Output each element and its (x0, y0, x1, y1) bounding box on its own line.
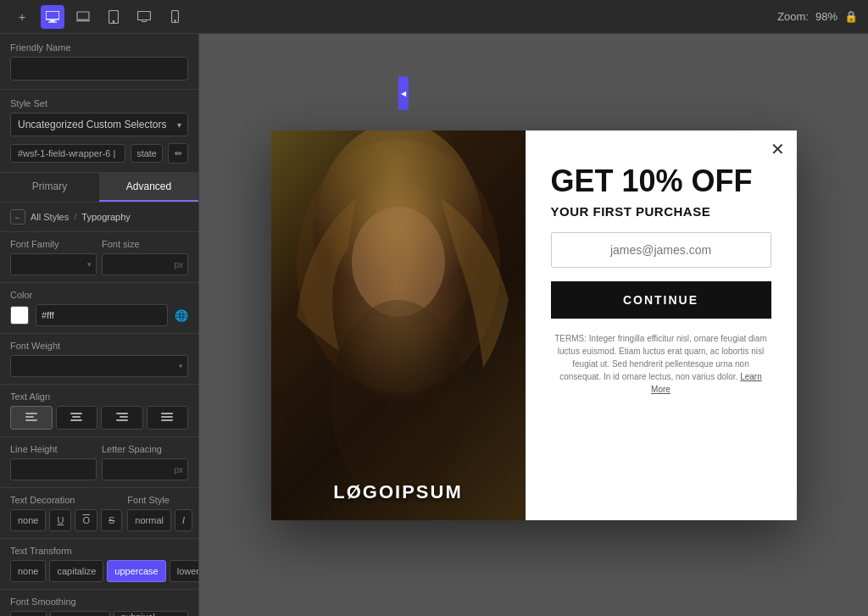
transform-buttons: none capitalize uppercase lowercase (10, 560, 188, 582)
font-weight-select[interactable] (10, 355, 188, 377)
text-align-label: Text Align (10, 391, 188, 402)
zoom-value: 98% (815, 10, 837, 23)
font-size-input[interactable] (102, 253, 188, 275)
letter-spacing-input[interactable] (102, 458, 188, 480)
style-italic-button[interactable]: I (175, 509, 192, 531)
svg-point-23 (352, 207, 445, 317)
modal-container: LØGOIPSUM ✕ GET 10% OFF YOUR FIRST PURCH… (271, 130, 797, 520)
monitor-icon[interactable] (132, 5, 156, 29)
transform-uppercase-button[interactable]: uppercase (107, 560, 165, 582)
svg-rect-6 (138, 11, 151, 19)
letter-spacing-field: Letter Spacing px (102, 444, 188, 480)
deco-strikethrough-button[interactable]: S (101, 509, 122, 531)
style-normal-button[interactable]: normal (127, 509, 171, 531)
align-justify-button[interactable] (147, 406, 189, 430)
font-size-input-wrap: px (102, 253, 188, 275)
modal-email-input[interactable] (551, 232, 771, 268)
svg-rect-17 (116, 419, 128, 421)
deco-style-fields: Text Decoration none U O S Font Style no… (10, 495, 188, 531)
font-size-field: Font size px (102, 239, 188, 275)
deco-none-button[interactable]: none (10, 509, 46, 531)
smoothing-subpixel-button[interactable]: subpixel-antialiased (114, 611, 188, 616)
style-buttons: normal I (127, 509, 192, 531)
color-section: Color 🌐 (0, 283, 198, 334)
laptop-icon[interactable] (71, 5, 95, 29)
selector-chip: #wsf-1-field-wrapper-6 | (10, 144, 125, 163)
tabs-row: Primary Advanced (0, 173, 198, 203)
breadcrumb-all-styles[interactable]: All Styles (31, 212, 69, 222)
transform-capitalize-button[interactable]: capitalize (49, 560, 103, 582)
font-weight-section: Font Weight (0, 334, 198, 385)
friendly-name-section: Friendly Name (0, 34, 198, 90)
modal-headline: GET 10% OFF (551, 164, 771, 198)
font-family-select-wrapper (10, 253, 97, 275)
svg-rect-12 (70, 413, 82, 414)
svg-point-21 (297, 139, 500, 393)
svg-rect-13 (72, 416, 81, 418)
edit-selector-button[interactable]: ✏ (168, 143, 188, 164)
font-family-select[interactable] (10, 253, 97, 275)
svg-rect-20 (161, 419, 173, 421)
color-swatch[interactable] (10, 306, 29, 325)
selector-row: #wsf-1-field-wrapper-6 | state ✏ (10, 143, 188, 164)
align-left-button[interactable] (10, 406, 53, 430)
svg-rect-16 (120, 416, 128, 418)
globe-icon[interactable]: 🌐 (175, 309, 188, 322)
tab-advanced[interactable]: Advanced (99, 173, 198, 202)
deco-overline-button[interactable]: O (75, 509, 97, 531)
svg-point-5 (113, 20, 114, 22)
left-panel: Friendly Name Style Set Uncategorized Cu… (0, 34, 199, 616)
font-style-field: Font Style normal I (127, 495, 192, 531)
font-size-label: Font size (102, 239, 188, 249)
transform-lowercase-button[interactable]: lowercase (170, 560, 199, 582)
svg-rect-18 (161, 413, 173, 414)
panel-collapse-indicator[interactable]: ◀ (398, 76, 409, 110)
svg-rect-11 (25, 419, 37, 421)
mobile-icon[interactable] (163, 5, 186, 29)
modal-image-panel: LØGOIPSUM (271, 130, 526, 520)
font-fields-row: Font Family Font size px (10, 239, 188, 275)
text-transform-section: Text Transform none capitalize uppercase… (0, 539, 198, 590)
style-set-section: Style Set Uncategorized Custom Selectors… (0, 90, 198, 173)
align-right-button[interactable] (101, 406, 143, 430)
modal-terms: TERMS: Integer fringilla efficitur nisl,… (551, 332, 771, 396)
font-style-label: Font Style (127, 495, 192, 505)
text-decoration-section: Text Decoration none U O S Font Style no… (0, 488, 198, 539)
modal-cta-button[interactable]: CONTINUE (551, 281, 771, 319)
add-icon[interactable]: + (10, 5, 34, 29)
desktop-icon[interactable] (41, 5, 64, 29)
friendly-name-input[interactable] (10, 57, 188, 80)
tablet-icon[interactable] (102, 5, 125, 29)
friendly-name-label: Friendly Name (10, 42, 188, 53)
line-height-input[interactable] (10, 458, 97, 480)
text-decoration-label: Text Decoration (10, 495, 122, 505)
modal-close-button[interactable]: ✕ (771, 141, 785, 158)
deco-underline-button[interactable]: U (49, 509, 71, 531)
align-center-button[interactable] (56, 406, 98, 430)
line-letter-fields: Line Height Letter Spacing px (10, 444, 188, 480)
svg-rect-14 (70, 419, 82, 421)
smoothing-initial-button[interactable]: initial (10, 611, 47, 616)
transform-none-button[interactable]: none (10, 560, 46, 582)
top-toolbar: + Zoom: 98% 🔒 (0, 0, 868, 34)
svg-point-22 (314, 130, 483, 342)
decoration-buttons: none U O S (10, 509, 122, 531)
style-set-select[interactable]: Uncategorized Custom Selectors (10, 113, 188, 136)
breadcrumb-back-button[interactable]: ← (10, 209, 25, 225)
text-decoration-field: Text Decoration none U O S (10, 495, 122, 531)
logo-text: LØGOIPSUM (271, 481, 526, 503)
color-value-input[interactable] (36, 304, 168, 326)
modal-subheadline: YOUR FIRST PURCHASE (551, 204, 771, 219)
style-set-label: Style Set (10, 98, 188, 108)
smoothing-antialiased-button[interactable]: antialiased (50, 611, 110, 616)
letter-spacing-label: Letter Spacing (102, 444, 188, 454)
align-buttons (10, 406, 188, 430)
tab-primary[interactable]: Primary (0, 173, 99, 202)
breadcrumb-separator: / (74, 212, 76, 222)
text-align-section: Text Align (0, 385, 198, 437)
lock-icon[interactable]: 🔒 (844, 10, 858, 23)
style-set-select-wrapper: Uncategorized Custom Selectors (10, 113, 188, 136)
color-row: 🌐 (10, 304, 188, 326)
toolbar-left: + (10, 5, 186, 29)
font-family-section: Font Family Font size px (0, 232, 198, 283)
